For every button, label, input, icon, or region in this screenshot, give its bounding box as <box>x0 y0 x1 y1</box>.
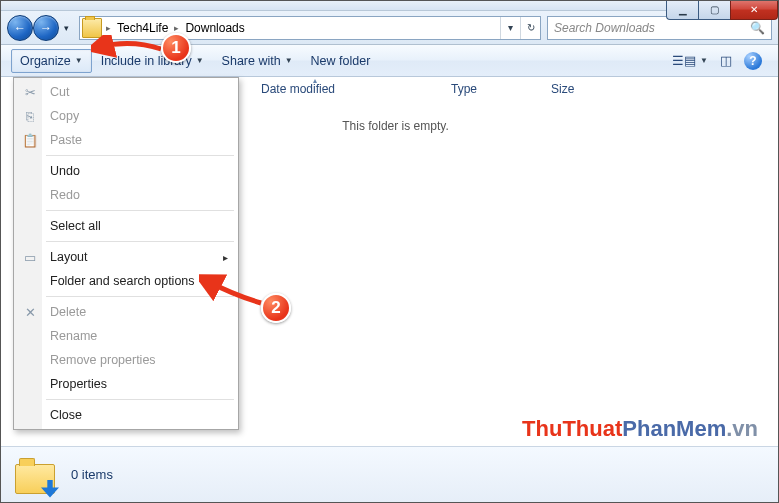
organize-button[interactable]: Organize ▼ <box>11 49 92 73</box>
breadcrumb-seg-2[interactable]: Downloads <box>181 21 248 35</box>
maximize-button[interactable]: ▢ <box>698 0 730 20</box>
history-dropdown[interactable]: ▾ <box>59 15 73 41</box>
include-in-library-button[interactable]: Include in library ▼ <box>92 49 213 73</box>
breadcrumb-sep-icon: ▸ <box>172 23 181 33</box>
dropdown-icon: ▼ <box>285 56 293 65</box>
pane-icon: ◫ <box>720 53 732 68</box>
view-icon: ☰▤ <box>672 53 696 68</box>
dropdown-icon: ▼ <box>75 56 83 65</box>
share-with-button[interactable]: Share with ▼ <box>213 49 302 73</box>
menu-close[interactable]: Close <box>16 403 236 427</box>
menu-layout[interactable]: ▭ Layout ▸ <box>16 245 236 269</box>
layout-icon: ▭ <box>21 250 39 265</box>
menu-delete[interactable]: ✕ Delete <box>16 300 236 324</box>
delete-icon: ✕ <box>21 305 39 320</box>
share-with-label: Share with <box>222 54 281 68</box>
downloads-folder-icon <box>15 454 57 496</box>
new-folder-button[interactable]: New folder <box>302 49 380 73</box>
back-button[interactable]: ← <box>7 15 33 41</box>
navigation-bar: ← → ▾ ▸ Tech4Life ▸ Downloads ▾ ↻ Search… <box>1 11 778 45</box>
menu-cut[interactable]: ✂ Cut <box>16 80 236 104</box>
dropdown-icon: ▼ <box>700 56 708 65</box>
menu-copy[interactable]: ⎘ Copy <box>16 104 236 128</box>
breadcrumb-sep-icon: ▸ <box>104 23 113 33</box>
minimize-button[interactable]: ▁ <box>666 0 698 20</box>
view-options-button[interactable]: ☰▤ ▼ <box>666 49 714 72</box>
menu-separator <box>46 399 234 400</box>
breadcrumb-seg-1[interactable]: Tech4Life <box>113 21 172 35</box>
search-icon: 🔍 <box>750 21 765 35</box>
menu-remove-properties[interactable]: Remove properties <box>16 348 236 372</box>
item-count: 0 items <box>71 467 113 482</box>
menu-select-all[interactable]: Select all <box>16 214 236 238</box>
window-close-button[interactable]: ✕ <box>730 0 778 20</box>
organize-label: Organize <box>20 54 71 68</box>
command-toolbar: Organize ▼ Include in library ▼ Share wi… <box>1 45 778 77</box>
annotation-callout-1: 1 <box>161 33 191 63</box>
address-bar[interactable]: ▸ Tech4Life ▸ Downloads ▾ ↻ <box>79 16 541 40</box>
dropdown-icon: ▼ <box>196 56 204 65</box>
window-controls: ▁ ▢ ✕ <box>666 0 778 20</box>
menu-paste[interactable]: 📋 Paste <box>16 128 236 152</box>
status-bar: 0 items <box>1 446 778 502</box>
nav-pane <box>1 77 13 446</box>
copy-icon: ⎘ <box>21 109 39 124</box>
organize-menu: ✂ Cut ⎘ Copy 📋 Paste Undo Redo Select al… <box>13 77 239 430</box>
menu-separator <box>46 296 234 297</box>
watermark: ThuThuatPhanMem.vn <box>522 416 758 442</box>
search-placeholder: Search Downloads <box>554 21 655 35</box>
menu-redo[interactable]: Redo <box>16 183 236 207</box>
refresh-button[interactable]: ↻ <box>520 17 540 39</box>
file-list[interactable]: ▴ Date modified Type Size This folder is… <box>13 77 778 446</box>
annotation-callout-2: 2 <box>261 293 291 323</box>
cut-icon: ✂ <box>21 85 39 100</box>
sort-indicator-icon: ▴ <box>313 76 317 85</box>
help-icon: ? <box>744 52 762 70</box>
menu-undo[interactable]: Undo <box>16 159 236 183</box>
column-size[interactable]: Size <box>551 82 631 96</box>
menu-separator <box>46 210 234 211</box>
window-titlebar: ▁ ▢ ✕ <box>1 1 778 11</box>
menu-properties[interactable]: Properties <box>16 372 236 396</box>
help-button[interactable]: ? <box>738 48 768 74</box>
forward-button[interactable]: → <box>33 15 59 41</box>
column-type[interactable]: Type <box>451 82 551 96</box>
menu-folder-options[interactable]: Folder and search options <box>16 269 236 293</box>
preview-pane-button[interactable]: ◫ <box>714 49 738 72</box>
menu-rename[interactable]: Rename <box>16 324 236 348</box>
menu-separator <box>46 241 234 242</box>
folder-icon <box>82 18 102 38</box>
content-area: ▴ Date modified Type Size This folder is… <box>1 77 778 446</box>
paste-icon: 📋 <box>21 133 39 148</box>
column-date-modified[interactable]: Date modified <box>261 82 451 96</box>
submenu-arrow-icon: ▸ <box>223 252 228 263</box>
menu-separator <box>46 155 234 156</box>
address-dropdown[interactable]: ▾ <box>500 17 520 39</box>
new-folder-label: New folder <box>311 54 371 68</box>
